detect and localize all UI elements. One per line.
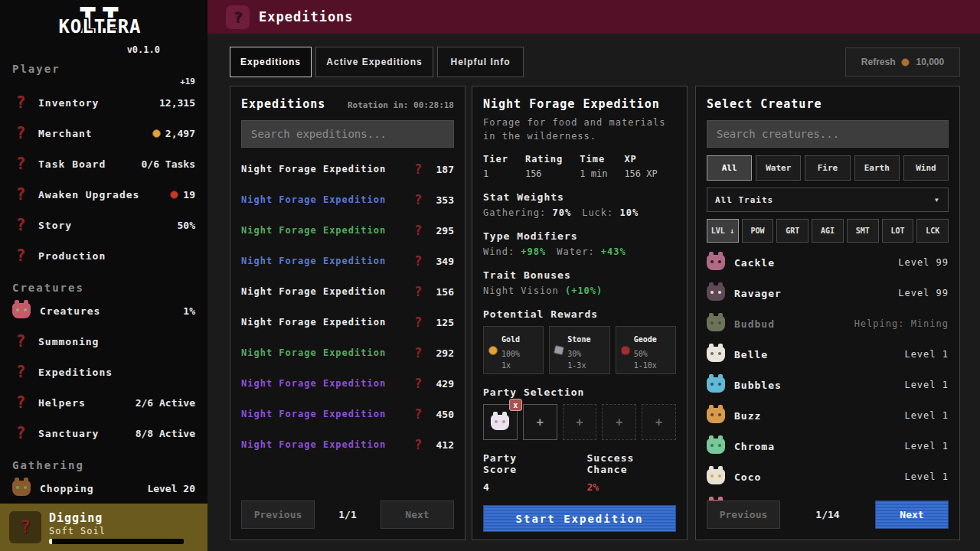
success-chance-label: Success Chance [587, 452, 676, 475]
expedition-description: Forage for food and materials in the wil… [483, 116, 676, 143]
sidebar-item-creatures[interactable]: Creatures 1% [0, 295, 207, 326]
party-slot-filled[interactable]: x [483, 404, 518, 440]
previous-page-button[interactable]: Previous [707, 500, 780, 529]
expedition-list-item[interactable]: Night Forage Expedition 125 [241, 307, 454, 337]
active-tool-title: Digging [49, 511, 198, 525]
start-expedition-button[interactable]: Start Expedition [483, 505, 676, 532]
active-tool-subtitle: Soft Soil [49, 526, 198, 536]
search-creatures-input[interactable] [707, 120, 949, 148]
logo-version: v0.1.0 [127, 44, 160, 55]
creature-icon [707, 439, 725, 454]
sidebar-item-digging-active[interactable]: Digging Soft Soil [0, 504, 207, 551]
creature-icon [707, 255, 725, 270]
sort-agi-button[interactable]: AGI [812, 219, 844, 243]
creature-list-item[interactable]: Belle Level 1 [707, 339, 949, 370]
sort-grt-button[interactable]: GRT [776, 219, 808, 243]
sidebar-item-task-board[interactable]: Task Board 0/6 Tasks [0, 148, 207, 179]
expedition-stats: Tier1 Rating156 Time1 min XP156 XP [483, 154, 676, 179]
sidebar-item-summoning[interactable]: Summoning [0, 326, 207, 357]
sort-lot-button[interactable]: LOT [882, 219, 914, 243]
game-logo: II KOLTERA v0.1.0 [0, 5, 207, 52]
stat-weights-heading: Stat Weights [483, 191, 676, 203]
sidebar-item-story[interactable]: Story 50% [0, 210, 207, 240]
party-slot-empty[interactable]: + [523, 404, 557, 440]
expedition-list-item[interactable]: Night Forage Expedition 292 [241, 337, 454, 368]
gain-indicator: +19 [12, 77, 195, 87]
creature-list-item[interactable]: Cackle Level 99 [707, 247, 949, 278]
next-page-button[interactable]: Next [875, 500, 949, 529]
expedition-list-item[interactable]: Night Forage Expedition 429 [241, 368, 454, 399]
sidebar: II KOLTERA v0.1.0 Player +19 Inventory 1… [0, 0, 207, 551]
tab-expeditions[interactable]: Expeditions [230, 47, 312, 77]
expedition-list-item[interactable]: Night Forage Expedition 295 [241, 215, 454, 246]
rewards-row: Gold 100% 1x Stone 30% 1-3x Geode 50% [483, 326, 676, 374]
question-creature-icon [12, 393, 29, 412]
expedition-list-item[interactable]: Night Forage Expedition 349 [241, 246, 454, 276]
sidebar-item-helpers[interactable]: Helpers 2/6 Active [0, 387, 207, 418]
stone-icon [554, 345, 564, 355]
geode-icon [621, 346, 630, 355]
expedition-list-item[interactable]: Night Forage Expedition 450 [241, 399, 454, 429]
next-page-button[interactable]: Next [381, 500, 454, 529]
expedition-list-item[interactable]: Night Forage Expedition 156 [241, 276, 454, 307]
creature-list-item[interactable]: Buzz Level 1 [707, 400, 949, 431]
sidebar-section-gathering: Gathering [12, 459, 195, 471]
sidebar-item-merchant[interactable]: Merchant 2,497 [0, 118, 207, 148]
success-chance-value: 2% [587, 481, 676, 493]
tab-helpful-info[interactable]: Helpful Info [437, 47, 524, 77]
filter-all-button[interactable]: All [707, 155, 752, 181]
select-creature-title: Select Creature [707, 97, 949, 111]
refresh-button[interactable]: Refresh 10,000 [845, 47, 960, 77]
filter-fire-button[interactable]: Fire [805, 155, 850, 181]
party-selection-heading: Party Selection [483, 386, 676, 398]
tab-active-expeditions[interactable]: Active Expeditions [315, 47, 433, 77]
reward-geode[interactable]: Geode 50% 1-10x [616, 326, 676, 374]
previous-page-button[interactable]: Previous [241, 500, 315, 529]
sort-lck-button[interactable]: LCK [916, 219, 949, 243]
party-slot-locked: + [642, 404, 676, 440]
sidebar-section-player: Player [12, 63, 195, 75]
sidebar-item-awaken-upgrades[interactable]: Awaken Upgrades 19 [0, 179, 207, 210]
sort-smt-button[interactable]: SMT [847, 219, 879, 243]
creature-list: Cackle Level 99 Ravager Level 99 Budbud … [707, 247, 949, 523]
page-indicator: 1/14 [815, 509, 839, 520]
search-expeditions-input[interactable] [241, 120, 454, 148]
creature-list-item[interactable]: Coco Level 1 [707, 461, 949, 492]
expedition-icon [410, 160, 426, 178]
sidebar-item-chopping[interactable]: Chopping Level 20 [0, 473, 207, 504]
creature-icon [707, 469, 725, 484]
reward-stone[interactable]: Stone 30% 1-3x [549, 326, 609, 374]
expedition-icon [410, 344, 426, 362]
creature-list-item[interactable]: Chroma Level 1 [707, 431, 949, 461]
expedition-list-item[interactable]: Night Forage Expedition 353 [241, 184, 454, 215]
digging-progress-fill [49, 539, 52, 544]
question-creature-icon [12, 246, 29, 265]
filter-earth-button[interactable]: Earth [854, 155, 900, 181]
expedition-list-item[interactable]: Night Forage Expedition 187 [241, 154, 454, 184]
sidebar-item-inventory[interactable]: Inventory 12,315 [0, 87, 207, 118]
expedition-list-item[interactable]: Night Forage Expedition 412 [241, 429, 454, 460]
party-creature-icon [491, 415, 509, 430]
party-score-label: Party Score [483, 452, 554, 475]
sidebar-item-expeditions[interactable]: Expeditions [0, 357, 207, 387]
sidebar-section-creatures: Creatures [12, 282, 195, 294]
page-header: Expeditions [207, 0, 980, 34]
type-modifiers-values: Wind: +98% Water: +43% [483, 246, 676, 257]
sort-lvl-button[interactable]: LVL ↓ [707, 219, 739, 243]
creature-list-item[interactable]: Ravager Level 99 [707, 278, 949, 308]
remove-creature-button[interactable]: x [509, 399, 522, 411]
expedition-icon [410, 282, 426, 301]
creature-list-item[interactable]: Bubbles Level 1 [707, 370, 949, 400]
party-summary: Party Score 4 Success Chance 2% [483, 452, 676, 493]
filter-wind-button[interactable]: Wind [903, 155, 949, 181]
reward-gold[interactable]: Gold 100% 1x [483, 326, 544, 374]
expedition-list: Night Forage Expedition 187 Night Forage… [241, 154, 454, 460]
sidebar-item-production[interactable]: Production [0, 240, 207, 271]
filter-water-button[interactable]: Water [756, 155, 801, 181]
element-filter-row: All Water Fire Earth Wind [707, 155, 949, 181]
sort-pow-button[interactable]: POW [742, 219, 774, 243]
traits-dropdown[interactable]: All Traits [707, 187, 949, 212]
question-creature-icon [12, 424, 29, 442]
sidebar-item-sanctuary[interactable]: Sanctuary 8/8 Active [0, 418, 207, 448]
trait-bonuses-heading: Trait Bonuses [483, 269, 676, 281]
